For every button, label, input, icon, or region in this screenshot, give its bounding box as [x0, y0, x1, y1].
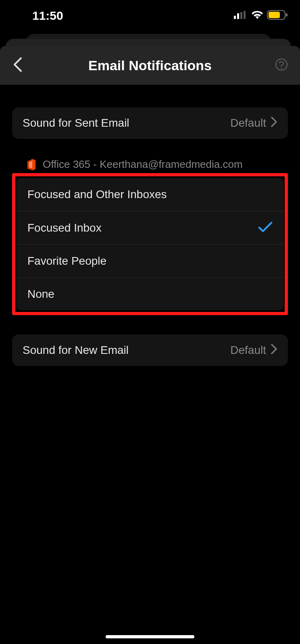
cellular-icon [234, 11, 248, 21]
page-title: Email Notifications [88, 58, 212, 73]
battery-icon [267, 10, 288, 21]
option-focused-and-other[interactable]: Focused and Other Inboxes [16, 178, 284, 211]
svg-rect-3 [244, 11, 246, 19]
help-button[interactable] [275, 58, 288, 73]
chevron-right-icon [271, 344, 277, 357]
svg-point-8 [281, 67, 282, 69]
back-button[interactable] [12, 56, 23, 74]
account-section-header: Office 365 - Keerthana@framedmedia.com [12, 158, 288, 171]
option-favorite-people[interactable]: Favorite People [16, 244, 284, 277]
status-indicators [234, 10, 288, 21]
account-label: Office 365 - Keerthana@framedmedia.com [43, 158, 243, 171]
option-focused-and-other-label: Focused and Other Inboxes [27, 188, 167, 201]
svg-rect-5 [269, 12, 280, 18]
sound-new-cell[interactable]: Sound for New Email Default [12, 335, 288, 366]
option-favorite-people-label: Favorite People [27, 255, 106, 268]
svg-rect-1 [237, 13, 239, 19]
office-icon [27, 159, 36, 170]
sound-sent-label: Sound for Sent Email [23, 117, 129, 130]
option-focused-inbox[interactable]: Focused Inbox [16, 211, 284, 244]
chevron-left-icon [12, 56, 23, 73]
sound-sent-cell[interactable]: Sound for Sent Email Default [12, 107, 288, 139]
svg-rect-6 [286, 13, 288, 17]
status-bar: 11:50 [0, 5, 300, 27]
option-none-label: None [27, 288, 54, 301]
option-none[interactable]: None [16, 277, 284, 310]
sound-sent-group: Sound for Sent Email Default [12, 107, 288, 139]
sound-sent-value: Default [230, 117, 266, 130]
status-time: 11:50 [32, 9, 63, 23]
sound-new-value-wrap: Default [230, 344, 277, 357]
sound-new-value: Default [230, 344, 266, 357]
help-icon [275, 58, 288, 71]
checkmark-icon [258, 222, 273, 234]
home-indicator[interactable] [106, 635, 194, 638]
wifi-icon [251, 10, 264, 21]
notification-options-group: Focused and Other Inboxes Focused Inbox … [16, 178, 284, 310]
chevron-right-icon [271, 117, 277, 130]
svg-rect-2 [240, 12, 242, 19]
highlight-annotation: Focused and Other Inboxes Focused Inbox … [12, 173, 288, 315]
sound-new-group: Sound for New Email Default [12, 335, 288, 366]
sound-sent-value-wrap: Default [230, 117, 277, 130]
svg-rect-0 [234, 16, 236, 19]
option-focused-inbox-label: Focused Inbox [27, 222, 102, 234]
page-header: Email Notifications [0, 46, 300, 85]
sound-new-label: Sound for New Email [23, 344, 129, 357]
